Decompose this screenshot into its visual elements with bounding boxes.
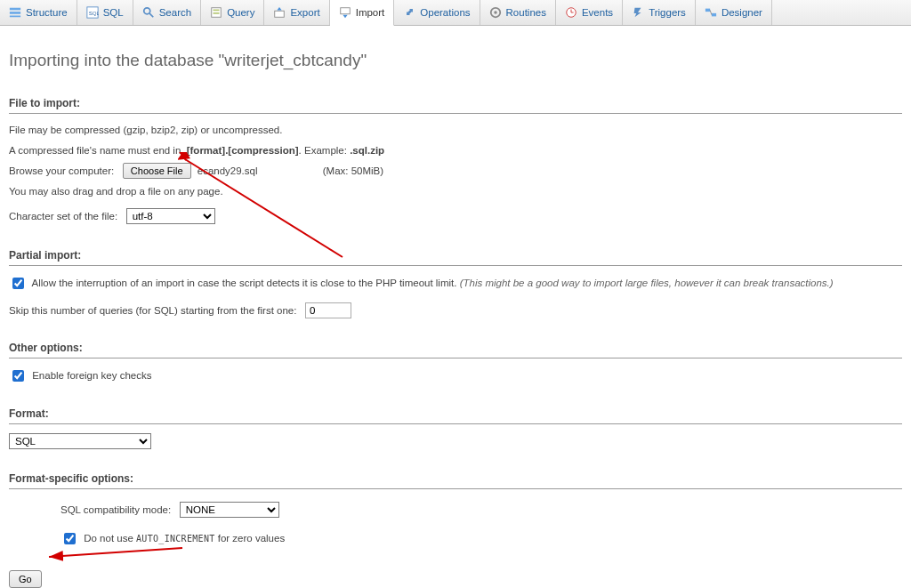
skip-label: Skip this number of queries (for SQL) st… xyxy=(9,305,296,316)
autoincrement-label-c: for zero values xyxy=(215,533,286,544)
charset-label: Character set of the file: xyxy=(9,211,117,222)
svg-rect-9 xyxy=(214,12,220,14)
autoincrement-checkbox[interactable] xyxy=(64,533,76,544)
max-size: (Max: 50MiB) xyxy=(323,165,383,176)
svg-rect-1 xyxy=(10,12,20,14)
tab-label: Search xyxy=(159,7,191,18)
tab-export[interactable]: Export xyxy=(264,0,329,25)
svg-text:SQL: SQL xyxy=(88,10,98,16)
svg-rect-17 xyxy=(705,9,710,12)
allow-interruption-note: (This might be a good way to import larg… xyxy=(460,278,834,288)
tab-label: Designer xyxy=(722,7,762,18)
sql-icon: SQL xyxy=(86,6,99,19)
tab-structure[interactable]: Structure xyxy=(0,0,77,25)
svg-rect-11 xyxy=(340,8,350,14)
page-title: Importing into the database "writerjet_c… xyxy=(9,51,902,70)
tab-label: Events xyxy=(582,7,613,18)
browse-label: Browse your computer: xyxy=(9,165,114,176)
file-compress-hint: File may be compressed (gzip, bzip2, zip… xyxy=(9,123,902,138)
tab-triggers[interactable]: Triggers xyxy=(623,0,696,25)
tab-label: Query xyxy=(227,7,254,18)
section-format: Format: xyxy=(9,406,902,424)
routines-icon xyxy=(489,6,502,19)
allow-interruption-label: Allow the interruption of an import in c… xyxy=(32,278,457,288)
tab-routines[interactable]: Routines xyxy=(480,0,556,25)
skip-row: Skip this number of queries (for SQL) st… xyxy=(9,302,902,318)
chosen-file-name: ecandy29.sql xyxy=(198,165,258,176)
tab-label: Triggers xyxy=(649,7,686,18)
autoincrement-row: Do not use AUTO_INCREMENT for zero value… xyxy=(60,530,902,547)
svg-rect-8 xyxy=(214,10,220,12)
tab-label: Structure xyxy=(26,7,68,18)
choose-file-button[interactable]: Choose File xyxy=(123,163,191,179)
go-button[interactable]: Go xyxy=(9,570,42,588)
annotation-arrow-bottom xyxy=(40,544,191,568)
allow-interruption-checkbox[interactable] xyxy=(12,278,24,289)
svg-point-5 xyxy=(143,8,149,14)
svg-line-22 xyxy=(49,548,182,557)
svg-rect-10 xyxy=(275,11,285,17)
foreign-key-checkbox[interactable] xyxy=(12,370,24,382)
export-icon xyxy=(273,6,286,19)
drag-hint: You may also drag and drop a file on any… xyxy=(9,184,902,199)
designer-icon xyxy=(705,6,717,19)
compat-row: SQL compatibility mode: NONE xyxy=(60,502,902,518)
tab-label: Operations xyxy=(420,7,470,18)
search-icon xyxy=(142,6,155,19)
svg-rect-18 xyxy=(712,13,716,17)
section-format-specific: Format-specific options: xyxy=(9,471,902,489)
import-icon xyxy=(339,6,351,19)
tab-label: Export xyxy=(290,7,319,18)
autoincrement-label-b: AUTO_INCREMENT xyxy=(136,534,215,544)
partial-cb-row: Allow the interruption of an import in c… xyxy=(9,275,902,292)
tab-label: Routines xyxy=(506,7,546,18)
svg-line-19 xyxy=(710,10,712,14)
svg-line-6 xyxy=(149,13,153,17)
tab-label: Import xyxy=(356,7,385,18)
section-partial-import: Partial import: xyxy=(9,247,902,266)
tab-sql[interactable]: SQLSQL xyxy=(77,0,133,25)
section-other-options: Other options: xyxy=(9,340,902,358)
charset-select[interactable]: utf-8 xyxy=(126,208,215,224)
operations-icon xyxy=(403,6,415,19)
charset-row: Character set of the file: utf-8 xyxy=(9,208,902,224)
tab-search[interactable]: Search xyxy=(133,0,201,25)
tab-import[interactable]: Import xyxy=(330,0,395,26)
tab-designer[interactable]: Designer xyxy=(696,0,772,25)
foreign-key-label: Enable foreign key checks xyxy=(32,370,151,381)
file-name-hint: A compressed file's name must end in .[f… xyxy=(9,143,902,158)
structure-icon xyxy=(9,6,21,19)
tab-query[interactable]: Query xyxy=(201,0,264,25)
tab-label: SQL xyxy=(103,7,124,18)
svg-point-13 xyxy=(494,11,497,14)
compat-select[interactable]: NONE xyxy=(180,502,279,518)
svg-rect-0 xyxy=(10,8,20,11)
query-icon xyxy=(210,6,222,19)
events-icon xyxy=(565,6,577,19)
svg-rect-2 xyxy=(10,16,20,18)
format-select[interactable]: SQL xyxy=(9,433,151,449)
compat-label: SQL compatibility mode: xyxy=(60,504,171,515)
fk-row: Enable foreign key checks xyxy=(9,367,902,384)
tab-operations[interactable]: Operations xyxy=(394,0,480,25)
tab-events[interactable]: Events xyxy=(556,0,623,25)
section-file-to-import: File to import: xyxy=(9,95,902,114)
triggers-icon xyxy=(632,6,644,19)
skip-input[interactable] xyxy=(305,302,351,318)
autoincrement-label-a: Do not use xyxy=(84,533,136,544)
top-tabs: StructureSQLSQLSearchQueryExportImportOp… xyxy=(0,0,911,26)
browse-row: Browse your computer: Choose File ecandy… xyxy=(9,163,902,179)
